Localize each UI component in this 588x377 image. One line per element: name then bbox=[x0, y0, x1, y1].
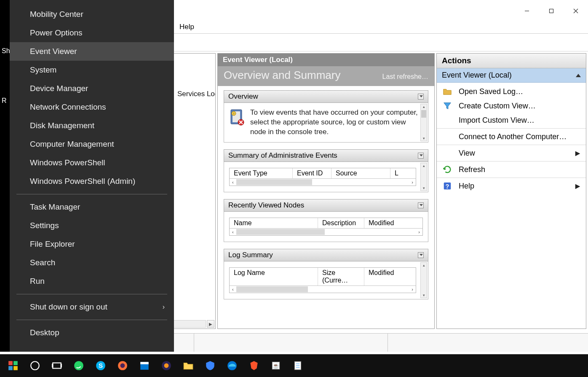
winx-menu[interactable]: Mobility CenterPower OptionsEvent Viewer… bbox=[10, 0, 174, 352]
scroll-down-icon[interactable]: ▾ bbox=[423, 136, 425, 141]
action-view[interactable]: View▶ bbox=[437, 146, 586, 160]
scroll-right-icon[interactable]: › bbox=[418, 229, 420, 234]
col-size[interactable]: Size (Curre… bbox=[318, 268, 364, 285]
tree-item-services-logs[interactable]: Services Log bbox=[177, 90, 216, 98]
winx-windows-powershell[interactable]: Windows PowerShell bbox=[10, 153, 174, 172]
action-create-custom-view[interactable]: Create Custom View… bbox=[437, 99, 586, 113]
scroll-up-icon[interactable]: ▴ bbox=[423, 263, 425, 268]
log-summary-table[interactable]: Log Name Size (Curre… Modified ‹ › bbox=[229, 267, 416, 293]
overview-bar: Overview and Summary Last refreshe… bbox=[218, 66, 434, 86]
admin-events-table[interactable]: Event Type Event ID Source L ‹ › bbox=[229, 168, 416, 186]
action-help[interactable]: ?Help▶ bbox=[437, 179, 586, 193]
scroll-left-icon[interactable]: ‹ bbox=[232, 180, 234, 185]
actions-subtitle[interactable]: Event Viewer (Local) bbox=[437, 68, 586, 83]
winx-device-manager[interactable]: Device Manager bbox=[10, 79, 174, 98]
group-admin-events-header[interactable]: Summary of Administrative Events bbox=[224, 149, 428, 162]
maximize-button[interactable] bbox=[539, 3, 564, 19]
action-open-saved-log[interactable]: Open Saved Log… bbox=[437, 84, 586, 99]
none-icon bbox=[443, 132, 452, 141]
scroll-left-icon[interactable]: ‹ bbox=[232, 229, 234, 234]
table-hscroll[interactable]: ‹ › bbox=[230, 229, 422, 235]
collapse-icon[interactable] bbox=[418, 94, 424, 100]
collapse-up-icon[interactable] bbox=[576, 74, 581, 77]
action-connect-to-another-computer[interactable]: Connect to Another Computer… bbox=[437, 129, 586, 144]
scroll-thumb[interactable] bbox=[236, 286, 308, 292]
winx-desktop[interactable]: Desktop bbox=[10, 323, 174, 342]
taskbar-whatsapp-icon[interactable] bbox=[68, 356, 89, 375]
scroll-right-icon[interactable]: › bbox=[412, 287, 413, 292]
winx-run[interactable]: Run bbox=[10, 272, 174, 291]
scroll-up-icon[interactable]: ▴ bbox=[423, 163, 425, 168]
group-recent-nodes-header[interactable]: Recently Viewed Nodes bbox=[224, 199, 428, 212]
minimize-button[interactable] bbox=[515, 3, 539, 19]
group-overview: Overview ! To view events that have occu… bbox=[224, 90, 428, 143]
col-description[interactable]: Description bbox=[318, 218, 364, 228]
winx-task-manager[interactable]: Task Manager bbox=[10, 198, 174, 216]
group-log-summary-header[interactable]: Log Summary bbox=[224, 249, 428, 261]
taskbar-taskview-icon[interactable] bbox=[46, 356, 67, 375]
taskbar-start-icon[interactable] bbox=[3, 356, 24, 375]
scroll-left-icon[interactable]: ‹ bbox=[232, 287, 234, 292]
overview-vscroll[interactable]: ▴ ▾ bbox=[420, 104, 427, 141]
taskbar-defender-icon[interactable] bbox=[200, 356, 221, 375]
col-event-id[interactable]: Event ID bbox=[293, 168, 331, 178]
taskbar-edge-icon[interactable] bbox=[222, 356, 243, 375]
winx-windows-powershell-admin[interactable]: Windows PowerShell (Admin) bbox=[10, 172, 174, 191]
taskbar-eclipse-icon[interactable] bbox=[156, 356, 177, 375]
taskbar-calendar-icon[interactable] bbox=[134, 356, 155, 375]
scroll-right-icon[interactable]: › bbox=[412, 180, 413, 185]
tree-scroll-right-button[interactable]: ▶ bbox=[207, 320, 214, 328]
log-vscroll[interactable]: ▴ ▾ bbox=[420, 262, 427, 298]
col-l[interactable]: L bbox=[390, 168, 399, 178]
taskbar-java-icon[interactable]: ☕ bbox=[265, 356, 286, 375]
center-title: Event Viewer (Local) bbox=[218, 54, 434, 66]
collapse-icon[interactable] bbox=[418, 202, 424, 208]
taskbar-explorer-icon[interactable] bbox=[178, 356, 199, 375]
scroll-down-icon[interactable]: ▾ bbox=[423, 186, 425, 191]
taskbar-notepad-icon[interactable] bbox=[287, 356, 308, 375]
action-import-custom-view[interactable]: Import Custom View… bbox=[437, 113, 586, 127]
action-refresh[interactable]: Refresh bbox=[437, 162, 586, 177]
actions-pane: Actions Event Viewer (Local) Open Saved … bbox=[436, 53, 586, 329]
table-hscroll[interactable]: ‹ › bbox=[230, 286, 416, 293]
collapse-icon[interactable] bbox=[418, 252, 424, 258]
col-name[interactable]: Name bbox=[230, 218, 318, 228]
center-pane: Event Viewer (Local) Overview and Summar… bbox=[217, 53, 435, 329]
taskbar[interactable]: S☕ bbox=[0, 354, 588, 377]
svg-rect-1 bbox=[550, 9, 553, 13]
winx-search[interactable]: Search bbox=[10, 253, 174, 272]
scroll-up-icon[interactable]: ▴ bbox=[423, 104, 425, 109]
winx-power-options[interactable]: Power Options bbox=[10, 24, 174, 42]
admin-vscroll[interactable]: ▴ ▾ bbox=[420, 163, 427, 191]
scroll-thumb[interactable] bbox=[236, 179, 312, 185]
winx-event-viewer[interactable]: Event Viewer bbox=[10, 42, 174, 61]
col-log-name[interactable]: Log Name bbox=[230, 268, 318, 285]
collapse-icon[interactable] bbox=[418, 153, 424, 159]
taskbar-cortana-icon[interactable] bbox=[24, 356, 45, 375]
menu-help[interactable]: Help bbox=[175, 21, 198, 33]
winx-settings[interactable]: Settings bbox=[10, 216, 174, 235]
col-source[interactable]: Source bbox=[331, 168, 390, 178]
svg-point-29 bbox=[164, 364, 169, 368]
winx-disk-management[interactable]: Disk Management bbox=[10, 116, 174, 135]
winx-file-explorer[interactable]: File Explorer bbox=[10, 235, 174, 253]
table-hscroll[interactable]: ‹ › bbox=[230, 179, 416, 186]
scroll-thumb[interactable] bbox=[421, 110, 426, 118]
winx-shut-down-or-sign-out[interactable]: Shut down or sign out› bbox=[10, 298, 174, 316]
col-modified[interactable]: Modified bbox=[364, 218, 402, 228]
scroll-down-icon[interactable]: ▾ bbox=[423, 293, 425, 298]
winx-system[interactable]: System bbox=[10, 61, 174, 79]
winx-network-connections[interactable]: Network Connections bbox=[10, 98, 174, 116]
col-event-type[interactable]: Event Type bbox=[230, 168, 293, 178]
scroll-thumb[interactable] bbox=[236, 229, 325, 235]
winx-mobility-center[interactable]: Mobility Center bbox=[10, 5, 174, 24]
group-overview-header[interactable]: Overview bbox=[224, 90, 428, 103]
taskbar-firefox-icon[interactable] bbox=[112, 356, 133, 375]
close-button[interactable] bbox=[564, 3, 588, 19]
winx-computer-management[interactable]: Computer Management bbox=[10, 135, 174, 153]
taskbar-skype-icon[interactable]: S bbox=[90, 356, 111, 375]
taskbar-brave-icon[interactable] bbox=[243, 356, 265, 375]
recent-nodes-table[interactable]: Name Description Modified ‹ › bbox=[229, 218, 423, 236]
col-modified[interactable]: Modified bbox=[364, 268, 398, 285]
actions-subtitle-label: Event Viewer (Local) bbox=[442, 71, 512, 80]
